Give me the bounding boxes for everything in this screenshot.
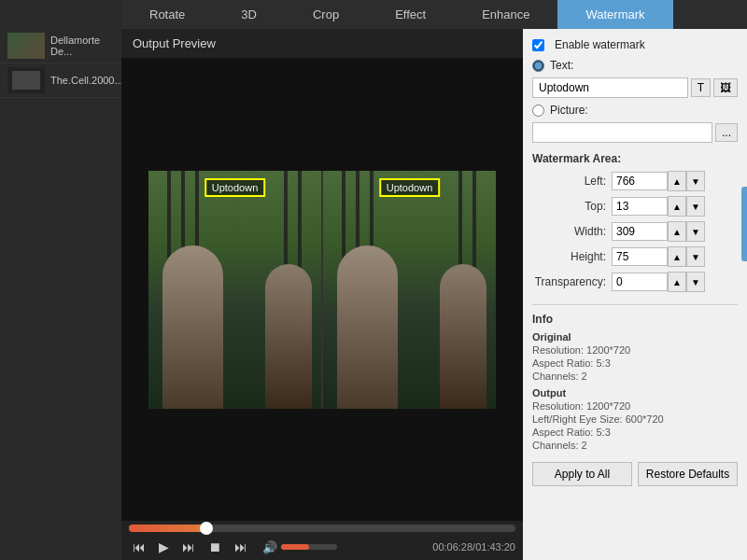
orig-channels: Channels: 2: [532, 371, 738, 382]
timeline-thumb[interactable]: [200, 522, 213, 535]
text-input[interactable]: [532, 77, 688, 98]
out-aspect: Aspect Ratio: 5:3: [532, 427, 738, 438]
nav-effect[interactable]: Effect: [367, 0, 454, 29]
timeline[interactable]: [129, 525, 515, 532]
volume-icon: 🔊: [262, 540, 277, 554]
top-label: Top:: [532, 200, 612, 213]
enable-watermark-label: Enable watermark: [555, 38, 645, 51]
scene-bg-right: Uptodown: [323, 171, 496, 409]
transparency-label: Transparency:: [532, 275, 612, 288]
watermark-right: Uptodown: [379, 178, 441, 197]
main-content: Dellamorte De... The.Cell.2000... Output…: [0, 29, 747, 560]
text-option-row: Text:: [532, 59, 738, 72]
picture-input-row: ...: [532, 122, 738, 143]
transparency-spinner-down[interactable]: ▼: [686, 272, 705, 292]
sidebar: Dellamorte De... The.Cell.2000...: [0, 29, 121, 560]
preview-img-right: Uptodown: [323, 171, 496, 409]
top-spinner-down[interactable]: ▼: [686, 196, 705, 217]
transparency-spinner-up[interactable]: ▲: [668, 272, 686, 292]
width-input[interactable]: [612, 222, 668, 241]
restore-defaults-btn[interactable]: Restore Defaults: [638, 462, 738, 486]
time-display: 00:06:28/01:43:20: [432, 541, 515, 553]
picture-path-display: [532, 122, 712, 143]
enable-watermark-row: Enable watermark: [532, 38, 738, 51]
picture-option-row: Picture:: [532, 104, 738, 117]
out-eye-size: Left/Right Eye Size: 600*720: [532, 413, 738, 425]
height-input[interactable]: [612, 247, 668, 266]
volume-area: 🔊: [262, 540, 337, 554]
top-input[interactable]: [612, 197, 668, 216]
left-field-row: Left: ▲ ▼: [532, 171, 738, 191]
nav-watermark[interactable]: Watermark: [557, 0, 672, 29]
right-panel: Enable watermark Text: T 🖼 Picture: ... …: [523, 29, 747, 560]
height-label: Height:: [532, 250, 612, 263]
sidebar-thumb-1: [7, 67, 45, 93]
left-spinner-down[interactable]: ▼: [686, 171, 705, 191]
picture-browse-btn[interactable]: ...: [715, 123, 738, 142]
orig-aspect: Aspect Ratio: 5:3: [532, 357, 738, 369]
sidebar-item-label-1: The.Cell.2000...: [50, 75, 121, 86]
step-fwd-btn[interactable]: ⏭: [178, 538, 199, 556]
play-btn[interactable]: ▶: [155, 538, 173, 556]
sidebar-item-0[interactable]: Dellamorte De...: [0, 29, 121, 63]
top-field-row: Top: ▲ ▼: [532, 196, 738, 217]
transport: ⏮ ▶ ⏭ ⏹ ⏭ 🔊 00:06:28/01:43:20: [129, 538, 515, 556]
nav-enhance[interactable]: Enhance: [454, 0, 557, 29]
volume-bar[interactable]: [281, 544, 337, 550]
text-radio[interactable]: [532, 60, 544, 72]
info-section: Info Original Resolution: 1200*720 Aspec…: [532, 304, 738, 453]
out-channels: Channels: 2: [532, 440, 738, 451]
original-label: Original: [532, 331, 738, 343]
skip-end-btn[interactable]: ⏭: [231, 538, 251, 556]
picture-radio[interactable]: [532, 105, 544, 117]
width-field-row: Width: ▲ ▼: [532, 221, 738, 242]
preview-title: Output Preview: [121, 29, 523, 58]
nav-crop[interactable]: Crop: [285, 0, 367, 29]
top-nav: Rotate 3D Crop Effect Enhance Watermark: [0, 0, 747, 29]
text-image-btn[interactable]: 🖼: [713, 78, 738, 97]
sidebar-item-label-0: Dellamorte De...: [50, 35, 114, 57]
skip-back-btn[interactable]: ⏮: [129, 538, 149, 556]
height-field-row: Height: ▲ ▼: [532, 246, 738, 267]
preview-images: Uptodown: [148, 171, 496, 409]
height-spinner-down[interactable]: ▼: [686, 246, 705, 267]
width-spinner-down[interactable]: ▼: [686, 221, 705, 242]
transparency-field-row: Transparency: ▲ ▼: [532, 272, 738, 292]
playback-controls: ⏮ ▶ ⏭ ⏹ ⏭ 🔊 00:06:28/01:43:20: [121, 521, 523, 560]
picture-label: Picture:: [550, 104, 588, 117]
text-format-btn[interactable]: T: [691, 78, 711, 97]
preview-frame-right: Uptodown: [323, 171, 496, 409]
sidebar-thumb-0: [7, 33, 45, 59]
left-input[interactable]: [612, 172, 668, 190]
output-label: Output: [532, 387, 738, 399]
out-resolution: Resolution: 1200*720: [532, 400, 738, 412]
bottom-buttons: Apply to All Restore Defaults: [532, 462, 738, 486]
scene-bg-left: Uptodown: [148, 171, 321, 409]
top-spinner-up[interactable]: ▲: [668, 196, 686, 217]
preview-img-left: Uptodown: [148, 171, 321, 409]
volume-fill: [281, 544, 309, 550]
orig-resolution: Resolution: 1200*720: [532, 344, 738, 356]
height-spinner-up[interactable]: ▲: [668, 246, 686, 267]
left-spinner-up[interactable]: ▲: [668, 171, 686, 191]
preview-area: Output Preview: [121, 29, 523, 560]
timeline-fill: [129, 525, 206, 532]
text-label: Text:: [550, 59, 573, 72]
apply-all-btn[interactable]: Apply to All: [532, 462, 632, 486]
stop-btn[interactable]: ⏹: [204, 538, 225, 556]
transparency-input[interactable]: [612, 273, 668, 291]
width-spinner-up[interactable]: ▲: [668, 221, 686, 242]
preview-frame-left: Uptodown: [148, 171, 321, 409]
nav-3d[interactable]: 3D: [213, 0, 285, 29]
info-section-title: Info: [532, 313, 738, 326]
left-label: Left:: [532, 175, 612, 188]
nav-rotate[interactable]: Rotate: [121, 0, 213, 29]
width-label: Width:: [532, 225, 612, 238]
preview-canvas: Uptodown: [121, 58, 523, 521]
text-input-row: T 🖼: [532, 77, 738, 98]
sidebar-item-1[interactable]: The.Cell.2000...: [0, 63, 121, 98]
watermark-left: Uptodown: [204, 178, 266, 197]
enable-watermark-checkbox[interactable]: [532, 39, 544, 51]
watermark-area-label: Watermark Area:: [532, 152, 738, 165]
